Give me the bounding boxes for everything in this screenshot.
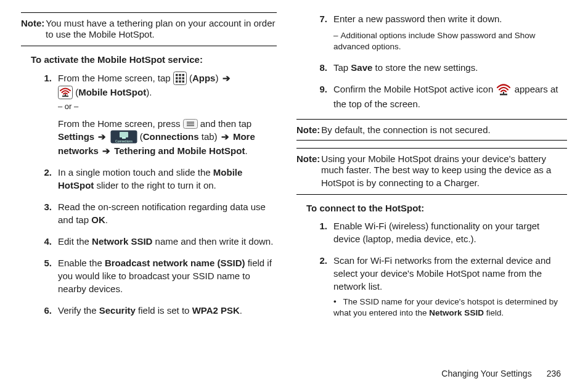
note-text: Note:You must have a tethering plan on y… (21, 18, 277, 28)
hotspot-active-icon (496, 82, 512, 97)
heading-connect: To connect to the HotSpot: (306, 202, 567, 214)
svg-rect-8 (179, 80, 181, 83)
note-box-unsecured: Note:By default, the connection is not s… (296, 119, 567, 141)
svg-rect-14 (187, 121, 194, 123)
note-label: Note: (21, 18, 44, 28)
document-page: Note:You must have a tethering plan on y… (0, 0, 588, 392)
svg-text:Connections: Connections (115, 139, 133, 142)
svg-rect-16 (187, 125, 194, 126)
connect-step-2-sub: The SSID name for your device's hotspot … (333, 296, 567, 319)
step-6: 6. Verify the Security field is set to W… (31, 304, 277, 317)
step-7: 7. Enter a new password then write it do… (306, 12, 567, 52)
heading-activate: To activate the Mobile HotSpot service: (31, 54, 277, 66)
note-label: Note: (296, 125, 320, 135)
svg-rect-3 (182, 74, 184, 76)
svg-rect-5 (179, 77, 181, 80)
step-5: 5. Enable the Broadcast network name (SS… (31, 256, 277, 295)
connect-step-1: 1. Enable Wi-Fi (wireless) functionality… (306, 219, 567, 245)
note-label: Note: (296, 153, 320, 164)
svg-rect-18 (120, 132, 128, 137)
step-9: 9. Confirm the Mobile HotSpot active ico… (306, 83, 567, 110)
left-column: Note:You must have a tethering plan on y… (21, 12, 294, 386)
step-number: 1. (31, 71, 52, 84)
connect-step-2: 2. Scan for Wi-Fi networks from the exte… (306, 254, 567, 319)
page-footer: Changing Your Settings 236 (441, 369, 561, 378)
step-1-alt: From the Home screen, press and then tap… (58, 117, 277, 157)
note-text-cont: to use the Mobile HotSpot. (21, 28, 277, 41)
step-3: 3. Read the on-screen notification regar… (31, 200, 277, 226)
or-divider: – or – (58, 101, 277, 112)
svg-rect-22 (503, 92, 504, 94)
activate-steps: 1. From the Home screen, tap (Apps) ➔ (M… (21, 71, 277, 317)
activate-steps-cont: 7. Enter a new password then write it do… (296, 12, 567, 110)
step-7-sub: –Additional options include Show passwor… (333, 30, 567, 52)
svg-rect-9 (182, 80, 184, 83)
connect-steps: 1. Enable Wi-Fi (wireless) functionality… (296, 219, 567, 319)
note-box-battery: Note:Using your Mobile HotSpot drains yo… (296, 148, 567, 195)
footer-section: Changing Your Settings (441, 369, 531, 378)
step-2: 2. In a single motion touch and slide th… (31, 166, 277, 192)
footer-page-number: 236 (547, 369, 561, 378)
right-column: 7. Enter a new password then write it do… (294, 12, 567, 386)
svg-rect-4 (176, 77, 178, 80)
step-1: 1. From the Home screen, tap (Apps) ➔ (M… (31, 71, 277, 157)
note-box-tethering: Note:You must have a tethering plan on y… (21, 12, 277, 46)
step-8: 8. Tap Save to store the new settings. (306, 61, 567, 74)
svg-rect-15 (187, 123, 194, 125)
menu-key-icon (183, 119, 198, 129)
svg-rect-6 (182, 77, 184, 80)
svg-rect-7 (176, 80, 178, 83)
svg-rect-12 (65, 94, 66, 96)
apps-grid-icon (173, 71, 187, 85)
svg-rect-1 (176, 74, 178, 76)
svg-rect-2 (179, 74, 181, 76)
step-4: 4. Edit the Network SSID name and then w… (31, 235, 277, 248)
hotspot-icon (58, 86, 73, 99)
connections-tab-icon: Connections (110, 130, 137, 144)
